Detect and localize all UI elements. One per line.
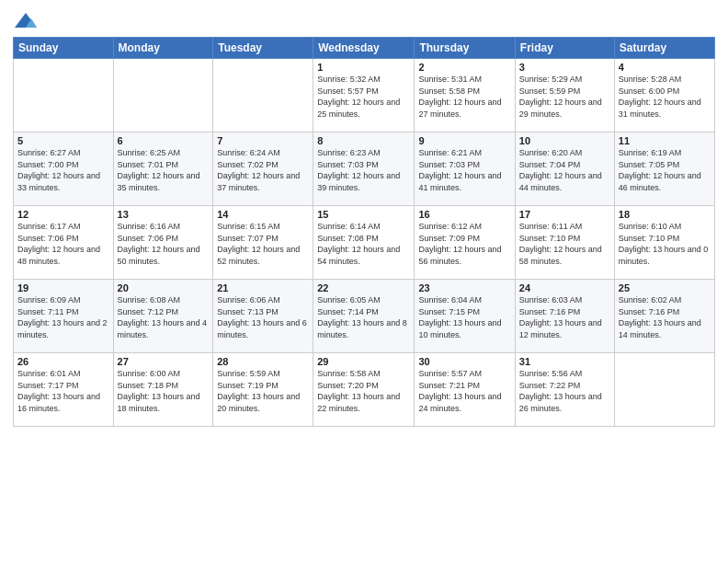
day-number: 18 [619, 209, 711, 220]
day-number: 26 [17, 356, 109, 367]
calendar-cell: 20Sunrise: 6:08 AM Sunset: 7:12 PM Dayli… [113, 280, 213, 353]
calendar-cell: 25Sunrise: 6:02 AM Sunset: 7:16 PM Dayli… [614, 280, 714, 353]
day-number: 10 [519, 135, 610, 146]
calendar-cell [614, 353, 714, 427]
calendar-cell: 18Sunrise: 6:10 AM Sunset: 7:10 PM Dayli… [614, 206, 714, 280]
day-number: 20 [118, 282, 210, 293]
calendar-cell: 1Sunrise: 5:32 AM Sunset: 5:57 PM Daylig… [313, 59, 415, 132]
day-number: 9 [418, 135, 510, 146]
weekday-header-cell: Monday [113, 38, 213, 59]
day-info: Sunrise: 6:08 AM Sunset: 7:12 PM Dayligh… [118, 294, 210, 340]
day-info: Sunrise: 6:23 AM Sunset: 7:03 PM Dayligh… [317, 147, 410, 193]
day-info: Sunrise: 5:59 AM Sunset: 7:19 PM Dayligh… [217, 368, 309, 414]
day-info: Sunrise: 6:11 AM Sunset: 7:10 PM Dayligh… [519, 221, 610, 267]
calendar-cell: 26Sunrise: 6:01 AM Sunset: 7:17 PM Dayli… [14, 353, 114, 427]
day-number: 6 [118, 135, 210, 146]
day-number: 15 [317, 209, 410, 220]
weekday-header-cell: Wednesday [313, 38, 415, 59]
day-info: Sunrise: 6:05 AM Sunset: 7:14 PM Dayligh… [317, 294, 410, 340]
day-number: 21 [217, 282, 309, 293]
calendar-cell: 11Sunrise: 6:19 AM Sunset: 7:05 PM Dayli… [614, 132, 714, 206]
calendar-cell: 16Sunrise: 6:12 AM Sunset: 7:09 PM Dayli… [415, 206, 515, 280]
calendar-cell: 30Sunrise: 5:57 AM Sunset: 7:21 PM Dayli… [415, 353, 515, 427]
calendar-cell: 13Sunrise: 6:16 AM Sunset: 7:06 PM Dayli… [113, 206, 213, 280]
day-info: Sunrise: 5:58 AM Sunset: 7:20 PM Dayligh… [317, 368, 410, 414]
header [13, 11, 715, 31]
calendar-cell: 3Sunrise: 5:29 AM Sunset: 5:59 PM Daylig… [515, 59, 614, 132]
day-number: 14 [217, 209, 309, 220]
day-info: Sunrise: 5:29 AM Sunset: 5:59 PM Dayligh… [519, 74, 610, 120]
calendar-table: SundayMondayTuesdayWednesdayThursdayFrid… [13, 37, 715, 427]
calendar-cell: 5Sunrise: 6:27 AM Sunset: 7:00 PM Daylig… [14, 132, 114, 206]
day-info: Sunrise: 6:12 AM Sunset: 7:09 PM Dayligh… [418, 221, 510, 267]
day-number: 23 [418, 282, 510, 293]
day-info: Sunrise: 6:15 AM Sunset: 7:07 PM Dayligh… [217, 221, 309, 267]
calendar-header: SundayMondayTuesdayWednesdayThursdayFrid… [14, 38, 715, 59]
day-info: Sunrise: 6:06 AM Sunset: 7:13 PM Dayligh… [217, 294, 309, 340]
day-info: Sunrise: 6:21 AM Sunset: 7:03 PM Dayligh… [418, 147, 510, 193]
calendar-cell: 24Sunrise: 6:03 AM Sunset: 7:16 PM Dayli… [515, 280, 614, 353]
day-info: Sunrise: 5:56 AM Sunset: 7:22 PM Dayligh… [519, 368, 610, 414]
day-info: Sunrise: 6:14 AM Sunset: 7:08 PM Dayligh… [317, 221, 410, 267]
calendar-cell: 22Sunrise: 6:05 AM Sunset: 7:14 PM Dayli… [313, 280, 415, 353]
day-info: Sunrise: 6:16 AM Sunset: 7:06 PM Dayligh… [118, 221, 210, 267]
calendar-week-row: 12Sunrise: 6:17 AM Sunset: 7:06 PM Dayli… [14, 206, 715, 280]
calendar-page: SundayMondayTuesdayWednesdayThursdayFrid… [0, 0, 728, 563]
day-number: 30 [418, 356, 510, 367]
calendar-cell: 2Sunrise: 5:31 AM Sunset: 5:58 PM Daylig… [415, 59, 515, 132]
day-info: Sunrise: 6:19 AM Sunset: 7:05 PM Dayligh… [619, 147, 711, 193]
logo-icon [13, 11, 39, 31]
day-number: 5 [17, 135, 109, 146]
calendar-cell: 19Sunrise: 6:09 AM Sunset: 7:11 PM Dayli… [14, 280, 114, 353]
calendar-body: 1Sunrise: 5:32 AM Sunset: 5:57 PM Daylig… [14, 59, 715, 427]
calendar-cell: 15Sunrise: 6:14 AM Sunset: 7:08 PM Dayli… [313, 206, 415, 280]
day-info: Sunrise: 6:27 AM Sunset: 7:00 PM Dayligh… [17, 147, 109, 193]
calendar-cell: 12Sunrise: 6:17 AM Sunset: 7:06 PM Dayli… [14, 206, 114, 280]
logo [13, 11, 42, 31]
calendar-cell: 31Sunrise: 5:56 AM Sunset: 7:22 PM Dayli… [515, 353, 614, 427]
calendar-cell: 29Sunrise: 5:58 AM Sunset: 7:20 PM Dayli… [313, 353, 415, 427]
calendar-cell: 8Sunrise: 6:23 AM Sunset: 7:03 PM Daylig… [313, 132, 415, 206]
day-info: Sunrise: 5:28 AM Sunset: 6:00 PM Dayligh… [619, 74, 711, 120]
calendar-cell [14, 59, 114, 132]
calendar-week-row: 5Sunrise: 6:27 AM Sunset: 7:00 PM Daylig… [14, 132, 715, 206]
weekday-header-cell: Sunday [14, 38, 114, 59]
day-number: 29 [317, 356, 410, 367]
calendar-cell: 9Sunrise: 6:21 AM Sunset: 7:03 PM Daylig… [415, 132, 515, 206]
day-info: Sunrise: 6:00 AM Sunset: 7:18 PM Dayligh… [118, 368, 210, 414]
day-number: 11 [619, 135, 711, 146]
calendar-cell: 27Sunrise: 6:00 AM Sunset: 7:18 PM Dayli… [113, 353, 213, 427]
day-info: Sunrise: 6:25 AM Sunset: 7:01 PM Dayligh… [118, 147, 210, 193]
day-number: 16 [418, 209, 510, 220]
day-info: Sunrise: 6:03 AM Sunset: 7:16 PM Dayligh… [519, 294, 610, 340]
day-number: 1 [317, 62, 410, 73]
calendar-cell: 28Sunrise: 5:59 AM Sunset: 7:19 PM Dayli… [213, 353, 313, 427]
calendar-cell: 10Sunrise: 6:20 AM Sunset: 7:04 PM Dayli… [515, 132, 614, 206]
day-info: Sunrise: 6:09 AM Sunset: 7:11 PM Dayligh… [17, 294, 109, 340]
day-info: Sunrise: 5:31 AM Sunset: 5:58 PM Dayligh… [418, 74, 510, 120]
day-number: 28 [217, 356, 309, 367]
day-info: Sunrise: 6:04 AM Sunset: 7:15 PM Dayligh… [418, 294, 510, 340]
calendar-cell: 21Sunrise: 6:06 AM Sunset: 7:13 PM Dayli… [213, 280, 313, 353]
calendar-cell [213, 59, 313, 132]
calendar-week-row: 26Sunrise: 6:01 AM Sunset: 7:17 PM Dayli… [14, 353, 715, 427]
day-number: 24 [519, 282, 610, 293]
day-info: Sunrise: 6:10 AM Sunset: 7:10 PM Dayligh… [619, 221, 711, 267]
calendar-cell: 7Sunrise: 6:24 AM Sunset: 7:02 PM Daylig… [213, 132, 313, 206]
weekday-header-cell: Thursday [415, 38, 515, 59]
day-info: Sunrise: 6:17 AM Sunset: 7:06 PM Dayligh… [17, 221, 109, 267]
day-number: 13 [118, 209, 210, 220]
calendar-cell [113, 59, 213, 132]
day-info: Sunrise: 6:01 AM Sunset: 7:17 PM Dayligh… [17, 368, 109, 414]
weekday-header-cell: Saturday [614, 38, 714, 59]
day-number: 19 [17, 282, 109, 293]
day-number: 3 [519, 62, 610, 73]
day-number: 2 [418, 62, 510, 73]
calendar-cell: 14Sunrise: 6:15 AM Sunset: 7:07 PM Dayli… [213, 206, 313, 280]
day-number: 7 [217, 135, 309, 146]
calendar-week-row: 1Sunrise: 5:32 AM Sunset: 5:57 PM Daylig… [14, 59, 715, 132]
calendar-cell: 17Sunrise: 6:11 AM Sunset: 7:10 PM Dayli… [515, 206, 614, 280]
weekday-header-cell: Tuesday [213, 38, 313, 59]
day-number: 22 [317, 282, 410, 293]
day-number: 12 [17, 209, 109, 220]
